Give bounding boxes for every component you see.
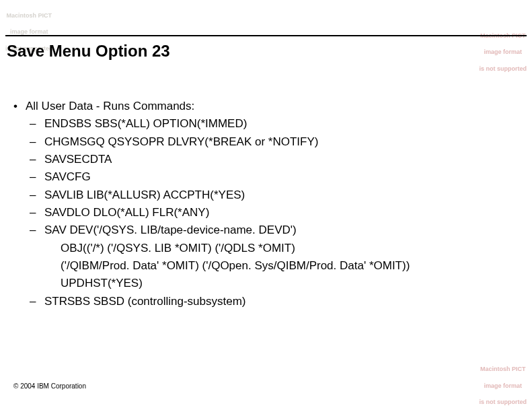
sub-item: – SAVDLO DLO(*ALL) FLR(*ANY): [30, 204, 505, 221]
horizontal-rule: [5, 35, 527, 36]
slide-title: Save Menu Option 23: [7, 42, 170, 61]
sublist: – ENDSBS SBS(*ALL) OPTION(*IMMED) – CHGM…: [30, 115, 505, 310]
dash-symbol: –: [30, 168, 44, 186]
sub-item: – STRSBS SBSD (controlling-subsystem): [30, 293, 505, 310]
pict-line: image format: [10, 28, 48, 35]
sub-item: – SAVSECDTA: [30, 151, 505, 168]
sub-text: SAVDLO DLO(*ALL) FLR(*ANY): [44, 204, 505, 221]
pict-line: image format: [484, 382, 522, 389]
sub-item: – CHGMSGQ QSYSOPR DLVRY(*BREAK or *NOTIF…: [30, 133, 505, 151]
dash-symbol: –: [30, 293, 44, 310]
sub-text: CHGMSGQ QSYSOPR DLVRY(*BREAK or *NOTIFY): [44, 133, 505, 151]
pict-line: Macintosh PICT: [480, 366, 526, 372]
copyright: © 2004 IBM Corporation: [13, 382, 86, 390]
pict-placeholder-bottom: Macintosh PICT image format is not suppo…: [480, 357, 527, 406]
sub-item: – SAV DEV('/QSYS. LIB/tape-device-name. …: [30, 221, 505, 239]
sub-text: SAVCFG: [44, 168, 505, 186]
sub-continuation: ('/QIBM/Prod. Data' *OMIT) ('/QOpen. Sys…: [61, 257, 505, 275]
sub-text: SAVSECDTA: [44, 151, 505, 168]
slide: Macintosh PICT image format is not suppo…: [0, 0, 532, 410]
bullet-level1: • All User Data - Runs Commands:: [13, 98, 505, 115]
dash-symbol: –: [30, 204, 44, 221]
dash-symbol: –: [30, 221, 44, 239]
sub-text: ENDSBS SBS(*ALL) OPTION(*IMMED): [44, 115, 505, 133]
sub-continuation: UPDHST(*YES): [61, 275, 505, 292]
body-content: • All User Data - Runs Commands: – ENDSB…: [13, 98, 505, 310]
sub-text: STRSBS SBSD (controlling-subsystem): [44, 293, 505, 310]
sub-text: SAV DEV('/QSYS. LIB/tape-device-name. DE…: [44, 221, 505, 239]
sub-item: – SAVLIB LIB(*ALLUSR) ACCPTH(*YES): [30, 186, 505, 204]
pict-line: Macintosh PICT: [6, 12, 52, 19]
dash-symbol: –: [30, 151, 44, 168]
sub-item: – SAVCFG: [30, 168, 505, 186]
sub-text: SAVLIB LIB(*ALLUSR) ACCPTH(*YES): [44, 186, 505, 204]
dash-symbol: –: [30, 133, 44, 151]
pict-line: image format: [484, 48, 522, 55]
pict-placeholder-right: Macintosh PICT image format is not suppo…: [480, 24, 527, 73]
sub-item: – ENDSBS SBS(*ALL) OPTION(*IMMED): [30, 115, 505, 133]
dash-symbol: –: [30, 186, 44, 204]
dash-symbol: –: [30, 115, 44, 133]
bullet-symbol: •: [13, 98, 26, 115]
bullet-text: All User Data - Runs Commands:: [26, 98, 505, 115]
pict-line: is not supported: [480, 399, 527, 405]
pict-line: is not supported: [480, 65, 527, 72]
sub-continuation: OBJ(('/*) ('/QSYS. LIB *OMIT) ('/QDLS *O…: [61, 240, 505, 257]
